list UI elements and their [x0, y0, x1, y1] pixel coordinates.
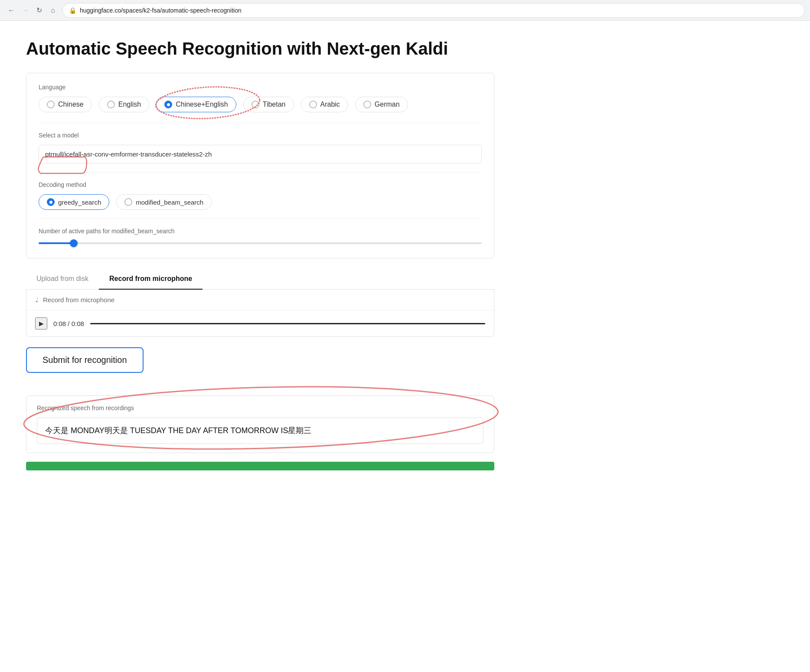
- result-text: 今天是 MONDAY明天是 TUESDAY THE DAY AFTER TOMO…: [37, 418, 483, 444]
- result-label: Recognized speech from recordings: [37, 405, 483, 411]
- divider-2: [39, 172, 482, 173]
- reload-button[interactable]: ↻: [33, 4, 45, 16]
- audio-header: ♩ Record from microphone: [26, 290, 494, 310]
- radio-circle-decoding-greedy_search: [47, 198, 55, 206]
- slider-track: [39, 242, 482, 244]
- radio-label-tibetan: Tibetan: [263, 101, 286, 108]
- lock-icon: 🔒: [69, 7, 76, 14]
- language-option-chinese-english[interactable]: Chinese+English: [156, 97, 236, 112]
- language-label: Language: [39, 84, 482, 91]
- radio-circle-german: [363, 101, 371, 108]
- audio-player: ▶ 0:08 / 0:08: [26, 310, 494, 336]
- forward-button[interactable]: →: [19, 4, 31, 16]
- tab-record[interactable]: Record from microphone: [99, 269, 202, 290]
- result-wrapper: Recognized speech from recordings 今天是 MO…: [26, 395, 494, 453]
- radio-label-german: German: [375, 101, 400, 108]
- play-button[interactable]: ▶: [35, 317, 47, 329]
- decoding-option-greedy_search[interactable]: greedy_search: [39, 194, 109, 210]
- decoding-section: Decoding method greedy_searchmodified_be…: [39, 181, 482, 210]
- slider-thumb[interactable]: [70, 239, 78, 247]
- active-paths-label: Number of active paths for modified_beam…: [39, 228, 482, 235]
- divider-3: [39, 219, 482, 219]
- audio-section: ♩ Record from microphone ▶ 0:08 / 0:08: [26, 290, 494, 337]
- main-settings-card: Language ChineseEnglishChinese+EnglishTi…: [26, 73, 494, 258]
- radio-label-chinese: Chinese: [58, 101, 84, 108]
- decoding-label-greedy_search: greedy_search: [58, 199, 101, 206]
- slider-fill: [39, 242, 74, 244]
- result-section: Recognized speech from recordings 今天是 MO…: [26, 395, 494, 453]
- bottom-bar: [26, 462, 494, 470]
- language-section: Language ChineseEnglishChinese+EnglishTi…: [39, 84, 482, 114]
- decoding-label: Decoding method: [39, 181, 482, 188]
- radio-label-arabic: Arabic: [320, 101, 340, 108]
- audio-progress-track[interactable]: [90, 323, 485, 324]
- submit-button[interactable]: Submit for recognition: [26, 347, 144, 373]
- page-content: Automatic Speech Recognition with Next-g…: [0, 21, 520, 488]
- radio-circle-chinese: [47, 101, 55, 108]
- browser-chrome: ← → ↻ ⌂ 🔒 huggingface.co/spaces/k2-fsa/a…: [0, 0, 810, 21]
- tab-upload[interactable]: Upload from disk: [26, 269, 99, 290]
- model-section-label: Select a model: [39, 132, 482, 139]
- language-option-german[interactable]: German: [355, 97, 408, 112]
- radio-label-chinese-english: Chinese+English: [176, 101, 228, 108]
- time-display: 0:08 / 0:08: [53, 320, 84, 327]
- model-input[interactable]: [39, 145, 482, 163]
- radio-circle-arabic: [309, 101, 317, 108]
- decoding-option-modified_beam_search[interactable]: modified_beam_search: [116, 194, 212, 210]
- language-option-arabic[interactable]: Arabic: [301, 97, 348, 112]
- model-section: Select a model: [39, 132, 482, 163]
- back-button[interactable]: ←: [5, 4, 17, 16]
- address-bar[interactable]: 🔒 huggingface.co/spaces/k2-fsa/automatic…: [62, 3, 805, 18]
- radio-circle-tibetan: [251, 101, 259, 108]
- radio-circle-english: [107, 101, 115, 108]
- language-option-chinese[interactable]: Chinese: [39, 97, 92, 112]
- language-option-tibetan[interactable]: Tibetan: [243, 97, 294, 112]
- url-text: huggingface.co/spaces/k2-fsa/automatic-s…: [80, 7, 798, 14]
- decoding-label-modified_beam_search: modified_beam_search: [136, 199, 203, 206]
- nav-buttons: ← → ↻ ⌂: [5, 4, 59, 16]
- play-icon: ▶: [39, 320, 44, 327]
- decoding-radio-group: greedy_searchmodified_beam_search: [39, 194, 482, 210]
- audio-header-label: Record from microphone: [43, 296, 114, 303]
- radio-circle-chinese-english: [164, 101, 172, 108]
- language-radio-group: ChineseEnglishChinese+EnglishTibetanArab…: [39, 97, 482, 112]
- active-paths-section: Number of active paths for modified_beam…: [39, 228, 482, 248]
- page-title: Automatic Speech Recognition with Next-g…: [26, 38, 494, 59]
- music-icon: ♩: [35, 296, 39, 304]
- divider-1: [39, 123, 482, 123]
- language-option-english[interactable]: English: [99, 97, 149, 112]
- home-button[interactable]: ⌂: [47, 4, 59, 16]
- tabs-container: Upload from diskRecord from microphone: [26, 269, 494, 290]
- radio-label-english: English: [118, 101, 141, 108]
- radio-circle-decoding-modified_beam_search: [124, 198, 132, 206]
- audio-card: Upload from diskRecord from microphone ♩…: [26, 269, 494, 337]
